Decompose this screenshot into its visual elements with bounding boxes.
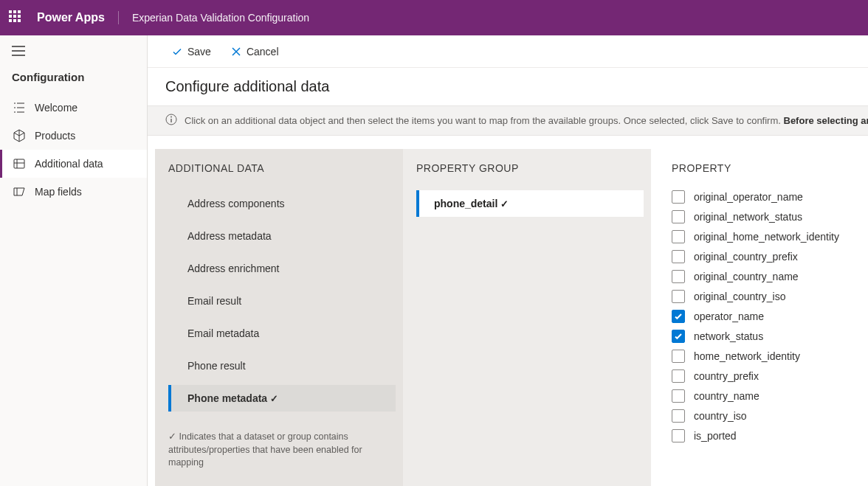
info-icon xyxy=(165,114,177,128)
sidebar-item-products[interactable]: Products xyxy=(0,122,147,150)
checkbox[interactable] xyxy=(672,369,685,383)
col1-heading: Additional Data xyxy=(168,162,396,174)
sidebar-item-map-fields[interactable]: Map fields xyxy=(0,178,147,206)
property-item[interactable]: original_country_iso xyxy=(672,290,856,303)
info-bar: Click on an additional data object and t… xyxy=(148,105,868,136)
save-label: Save xyxy=(187,46,211,58)
col1-caption: ✓ Indicates that a dataset or group cont… xyxy=(168,431,396,470)
property-label: original_network_status xyxy=(694,211,802,223)
additional-data-item[interactable]: Address enrichment xyxy=(168,255,396,282)
app-name[interactable]: Power Apps xyxy=(37,11,119,24)
main-content: Save Cancel Configure additional data Cl… xyxy=(148,35,868,486)
item-label: phone_detail xyxy=(434,198,497,209)
property-item[interactable]: original_home_network_identity xyxy=(672,230,856,243)
checkbox[interactable] xyxy=(672,270,685,283)
check-icon xyxy=(171,46,183,58)
property-item[interactable]: original_network_status xyxy=(672,210,856,223)
checkbox[interactable] xyxy=(672,409,685,423)
property-item[interactable]: country_name xyxy=(672,389,856,403)
property-item[interactable]: network_status xyxy=(672,330,856,343)
sidebar-item-label: Map fields xyxy=(35,186,82,198)
cancel-button[interactable]: Cancel xyxy=(224,41,285,62)
checkbox[interactable] xyxy=(672,290,685,303)
checkbox[interactable] xyxy=(672,429,685,442)
item-label: Email metadata xyxy=(187,327,259,339)
property-label: country_prefix xyxy=(694,370,759,382)
check-icon: ✓ xyxy=(270,393,278,404)
item-label: Address components xyxy=(187,198,285,209)
property-item[interactable]: country_prefix xyxy=(672,369,856,383)
additional-data-item[interactable]: Phone result xyxy=(168,353,396,379)
svg-point-2 xyxy=(170,117,172,118)
app-header: Power Apps Experian Data Validation Conf… xyxy=(0,0,868,35)
checkbox[interactable] xyxy=(672,310,685,323)
check-icon: ✓ xyxy=(500,198,509,209)
property-item[interactable]: original_country_name xyxy=(672,270,856,283)
property-label: country_name xyxy=(694,390,760,402)
sidebar: Configuration WelcomeProductsAdditional … xyxy=(0,35,148,486)
property-label: original_home_network_identity xyxy=(694,231,839,243)
property-item[interactable]: is_ported xyxy=(672,429,856,442)
item-label: Address enrichment xyxy=(187,263,280,274)
property-label: is_ported xyxy=(694,430,737,442)
checkbox[interactable] xyxy=(672,330,685,343)
property-label: original_country_prefix xyxy=(694,251,798,263)
item-label: Phone metadata xyxy=(187,392,267,404)
sidebar-item-label: Products xyxy=(35,130,75,142)
checkbox[interactable] xyxy=(672,210,685,223)
property-label: operator_name xyxy=(694,310,764,322)
property-column: Property original_operator_nameoriginal_… xyxy=(651,149,861,486)
item-label: Address metadata xyxy=(187,230,272,242)
property-label: country_iso xyxy=(694,410,747,422)
save-button[interactable]: Save xyxy=(165,41,217,62)
property-group-column: Property Group phone_detail ✓ xyxy=(403,149,651,486)
command-bar: Save Cancel xyxy=(148,35,868,68)
cube-icon xyxy=(13,129,26,142)
additional-data-item[interactable]: Email result xyxy=(168,288,396,314)
checkbox[interactable] xyxy=(672,389,685,403)
close-icon xyxy=(230,46,242,58)
list-icon xyxy=(13,101,26,114)
app-subtitle: Experian Data Validation Configuration xyxy=(132,12,309,24)
checkbox[interactable] xyxy=(672,230,685,243)
data-icon xyxy=(13,157,26,170)
col2-heading: Property Group xyxy=(416,162,644,174)
additional-data-item[interactable]: Address metadata xyxy=(168,223,396,249)
property-label: original_country_name xyxy=(694,271,799,282)
waffle-icon[interactable] xyxy=(9,10,24,25)
item-label: Phone result xyxy=(187,360,246,372)
additional-data-item[interactable]: Email metadata xyxy=(168,320,396,347)
property-item[interactable]: operator_name xyxy=(672,310,856,323)
map-icon xyxy=(13,185,26,198)
checkbox[interactable] xyxy=(672,250,685,263)
cancel-label: Cancel xyxy=(247,46,279,58)
col3-heading: Property xyxy=(672,162,856,174)
sidebar-item-label: Welcome xyxy=(35,102,78,114)
sidebar-item-welcome[interactable]: Welcome xyxy=(0,94,147,122)
sidebar-item-additional-data[interactable]: Additional data xyxy=(0,150,147,178)
info-text: Click on an additional data object and t… xyxy=(185,115,868,126)
property-item[interactable]: home_network_identity xyxy=(672,350,856,363)
property-item[interactable]: country_iso xyxy=(672,409,856,423)
additional-data-item[interactable]: Phone metadata ✓ xyxy=(168,385,396,412)
sidebar-item-label: Additional data xyxy=(35,158,103,170)
item-label: Email result xyxy=(187,295,241,307)
page-title: Configure additional data xyxy=(148,68,868,105)
hamburger-icon[interactable] xyxy=(0,35,147,66)
sidebar-heading: Configuration xyxy=(0,66,147,94)
property-label: network_status xyxy=(694,330,763,342)
additional-data-column: Additional Data Address componentsAddres… xyxy=(155,149,403,486)
svg-rect-0 xyxy=(14,159,24,168)
checkbox[interactable] xyxy=(672,350,685,363)
property-label: original_country_iso xyxy=(694,291,786,302)
property-label: original_operator_name xyxy=(694,191,803,203)
property-group-item[interactable]: phone_detail ✓ xyxy=(416,190,644,217)
property-item[interactable]: original_operator_name xyxy=(672,190,856,204)
additional-data-item[interactable]: Address components xyxy=(168,190,396,217)
property-label: home_network_identity xyxy=(694,350,800,362)
checkbox[interactable] xyxy=(672,190,685,204)
property-item[interactable]: original_country_prefix xyxy=(672,250,856,263)
